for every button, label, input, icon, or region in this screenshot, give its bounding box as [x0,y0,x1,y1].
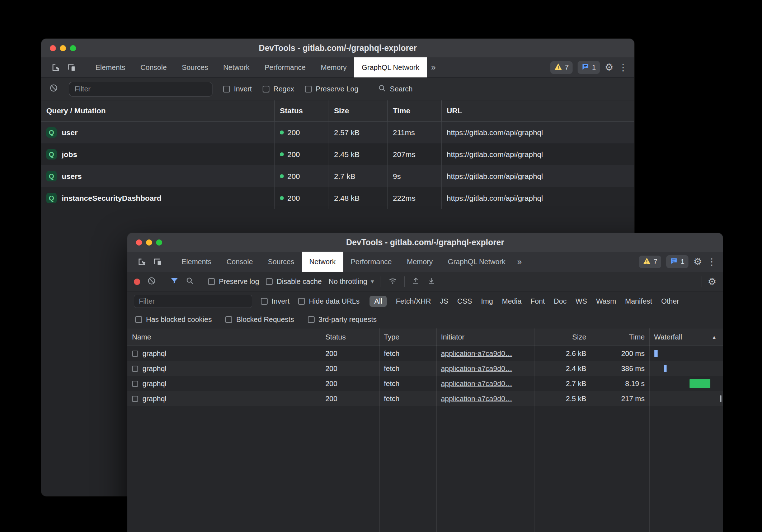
type-filter-other[interactable]: Other [661,297,679,305]
import-har-icon[interactable] [411,276,420,287]
disable-cache-checkbox-item[interactable]: Disable cache [266,277,322,286]
blocked-requests-checkbox[interactable] [225,316,232,323]
column-header-time[interactable]: Time [387,100,441,121]
invert-checkbox[interactable] [261,298,268,305]
type-filter-css[interactable]: CSS [457,297,472,305]
has-blocked-cookies-checkbox-item[interactable]: Has blocked cookies [135,315,212,324]
tab-performance[interactable]: Performance [257,57,314,77]
tab-network[interactable]: Network [302,252,343,272]
regex-checkbox-item[interactable]: Regex [263,85,294,93]
type-filter-js[interactable]: JS [440,297,448,305]
preserve-log-checkbox[interactable] [208,278,215,285]
tab-console[interactable]: Console [133,57,174,77]
column-header-time[interactable]: Time [591,328,649,346]
tab-sources[interactable]: Sources [174,57,216,77]
issues-badge[interactable]: 1 [578,61,600,74]
column-header-initiator[interactable]: Initiator [436,328,535,346]
tab-sources[interactable]: Sources [260,252,302,272]
device-toolbar-icon[interactable] [64,57,79,77]
tab-graphql-network[interactable]: GraphQL Network [440,252,513,272]
zoom-window-button[interactable] [156,239,162,246]
regex-checkbox[interactable] [263,86,269,92]
type-filter-doc[interactable]: Doc [554,297,567,305]
third-party-requests-checkbox[interactable] [308,316,315,323]
initiator-link[interactable]: application-a7ca9d0… [441,380,512,388]
column-header-url[interactable]: URL [441,100,634,121]
row-user[interactable]: Q user 200 2.57 kB 211ms https://gitlab.… [41,122,634,143]
network-filter-input[interactable] [134,295,252,308]
more-tabs-chevron-icon[interactable]: » [427,57,440,77]
close-window-button[interactable] [136,239,142,246]
warnings-badge[interactable]: 7 [550,61,573,74]
tab-elements[interactable]: Elements [88,57,133,77]
type-filter-fetch-xhr[interactable]: Fetch/XHR [396,297,431,305]
minimize-window-button[interactable] [146,239,152,246]
blocked-requests-checkbox-item[interactable]: Blocked Requests [225,315,294,324]
column-header-size[interactable]: Size [329,100,387,121]
throttling-dropdown[interactable]: No throttling ▾ [329,277,374,286]
tab-performance[interactable]: Performance [343,252,400,272]
type-filter-font[interactable]: Font [531,297,545,305]
initiator-link[interactable]: application-a7ca9d0… [441,350,512,358]
column-header-status[interactable]: Status [321,328,379,346]
tab-memory[interactable]: Memory [313,57,354,77]
type-filter-img[interactable]: Img [481,297,493,305]
inspect-element-icon[interactable] [48,57,64,77]
kebab-menu-icon[interactable]: ⋮ [707,256,716,267]
column-header-type[interactable]: Type [379,328,436,346]
zoom-window-button[interactable] [70,45,76,51]
clear-network-log-icon[interactable] [147,276,156,287]
export-har-icon[interactable] [427,276,436,287]
preserve-log-checkbox-item[interactable]: Preserve Log [305,85,358,93]
network-conditions-icon[interactable] [388,276,398,288]
kebab-menu-icon[interactable]: ⋮ [618,62,628,73]
clear-block-icon[interactable] [49,84,58,94]
initiator-link[interactable]: application-a7ca9d0… [441,395,512,403]
invert-checkbox-item[interactable]: Invert [223,85,252,93]
request-row-graphql-2[interactable]: graphql 200 fetch application-a7ca9d0… 2… [127,361,723,376]
request-row-graphql-4[interactable]: graphql 200 fetch application-a7ca9d0… 2… [127,391,723,406]
request-row-graphql-3[interactable]: graphql 200 fetch application-a7ca9d0… 2… [127,376,723,391]
disable-cache-checkbox[interactable] [266,278,273,285]
type-filter-ws[interactable]: WS [575,297,587,305]
device-toolbar-icon[interactable] [150,252,165,272]
record-network-log-button[interactable] [134,279,140,285]
type-filter-all[interactable]: All [370,296,387,307]
third-party-requests-checkbox-item[interactable]: 3rd-party requests [308,315,377,324]
close-window-button[interactable] [50,45,56,51]
tab-console[interactable]: Console [219,252,260,272]
column-header-status[interactable]: Status [274,100,329,121]
column-header-query-mutation[interactable]: Query / Mutation [41,100,274,121]
row-jobs[interactable]: Q jobs 200 2.45 kB 207ms https://gitlab.… [41,143,634,165]
hide-data-urls-checkbox[interactable] [298,298,305,305]
tab-graphql-network[interactable]: GraphQL Network [354,57,427,77]
row-checkbox[interactable] [132,381,138,387]
settings-gear-icon[interactable]: ⚙ [605,62,613,73]
tab-memory[interactable]: Memory [399,252,440,272]
row-instance-security-dashboard[interactable]: Q instanceSecurityDashboard 200 2.48 kB … [41,187,634,209]
inspect-element-icon[interactable] [134,252,150,272]
request-row-graphql-1[interactable]: graphql 200 fetch application-a7ca9d0… 2… [127,346,723,361]
settings-gear-icon[interactable]: ⚙ [693,256,702,267]
row-checkbox[interactable] [132,366,138,372]
preserve-log-checkbox-item[interactable]: Preserve log [208,277,259,286]
row-checkbox[interactable] [132,351,138,357]
network-settings-gear-icon[interactable]: ⚙ [708,276,716,288]
type-filter-wasm[interactable]: Wasm [596,297,616,305]
row-checkbox[interactable] [132,396,138,402]
type-filter-media[interactable]: Media [502,297,521,305]
column-header-size[interactable]: Size [535,328,591,346]
row-users[interactable]: Q users 200 2.7 kB 9s https://gitlab.com… [41,165,634,187]
minimize-window-button[interactable] [60,45,66,51]
type-filter-manifest[interactable]: Manifest [625,297,652,305]
search-group[interactable]: Search [378,84,413,94]
preserve-log-checkbox[interactable] [305,86,312,92]
filter-funnel-icon[interactable] [170,276,179,287]
tab-network[interactable]: Network [216,57,257,77]
column-header-name[interactable]: Name [127,328,321,346]
issues-badge[interactable]: 1 [666,255,688,268]
has-blocked-cookies-checkbox[interactable] [135,316,142,323]
tab-elements[interactable]: Elements [174,252,219,272]
initiator-link[interactable]: application-a7ca9d0… [441,365,512,373]
hide-data-urls-checkbox-item[interactable]: Hide data URLs [298,297,359,305]
